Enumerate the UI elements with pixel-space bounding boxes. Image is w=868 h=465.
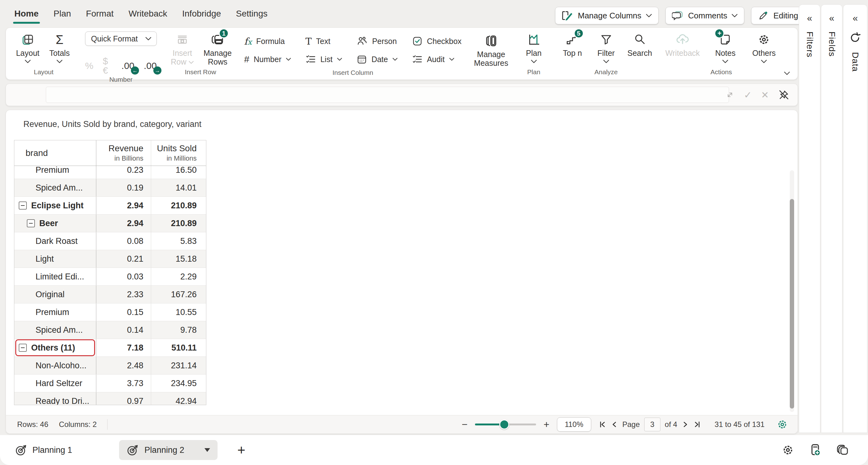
units-sold-cell[interactable]: 5.83 bbox=[151, 232, 206, 250]
insert-row-button[interactable]: Insert Row bbox=[169, 31, 195, 66]
expand-formula-bar-icon[interactable] bbox=[725, 90, 735, 99]
decrease-decimal-icon[interactable]: .00← bbox=[122, 61, 135, 70]
zoom-slider[interactable] bbox=[475, 424, 536, 426]
units-sold-cell[interactable]: 14.01 bbox=[151, 179, 206, 197]
manage-columns-button[interactable]: Manage Columns bbox=[555, 7, 658, 24]
collapse-ribbon-icon[interactable] bbox=[783, 71, 791, 75]
data-panel-collapsed[interactable]: « Data bbox=[843, 4, 867, 433]
sheet-tab-menu-icon[interactable] bbox=[205, 448, 210, 452]
percent-format-icon[interactable]: % bbox=[85, 61, 93, 70]
insert-checkbox-column-button[interactable]: Checkbox bbox=[412, 36, 462, 47]
fields-panel-collapsed[interactable]: « Fields bbox=[821, 4, 842, 433]
revenue-cell[interactable]: 2.48 bbox=[96, 357, 151, 374]
units-sold-cell[interactable]: 234.95 bbox=[151, 375, 206, 392]
units-sold-cell[interactable]: 9.78 bbox=[151, 321, 206, 339]
expand-panel-icon[interactable]: « bbox=[807, 13, 812, 23]
revenue-cell[interactable]: 0.23 bbox=[96, 166, 151, 179]
column-header-brand[interactable]: brand bbox=[14, 140, 96, 166]
page-number-input[interactable]: 3 bbox=[644, 417, 660, 431]
brand-cell[interactable]: Premium bbox=[14, 303, 96, 321]
revenue-cell[interactable]: 7.18 bbox=[96, 339, 151, 356]
units-sold-cell[interactable]: 15.18 bbox=[151, 250, 206, 268]
units-sold-cell[interactable]: 210.89 bbox=[151, 214, 206, 232]
insert-list-column-button[interactable]: List bbox=[305, 54, 342, 64]
brand-cell[interactable]: Spiced Am... bbox=[14, 179, 96, 197]
units-sold-cell[interactable]: 510.11 bbox=[151, 339, 206, 356]
revenue-cell[interactable]: 0.08 bbox=[96, 232, 151, 250]
insert-date-column-button[interactable]: Date bbox=[356, 54, 398, 64]
expand-panel-icon[interactable]: « bbox=[853, 13, 858, 23]
column-header-units-sold[interactable]: Units Sold in Millions bbox=[151, 140, 206, 166]
expand-panel-icon[interactable]: « bbox=[829, 13, 834, 23]
fields-panel-label[interactable]: Fields bbox=[827, 31, 837, 57]
revenue-cell[interactable]: 2.94 bbox=[96, 197, 151, 214]
brand-cell[interactable]: Non-Alcoho... bbox=[14, 357, 96, 374]
filters-panel-label[interactable]: Filters bbox=[805, 31, 815, 57]
workbook-settings-gear-icon[interactable] bbox=[781, 443, 795, 457]
sheet-tab-planning-1[interactable]: Planning 1 bbox=[15, 444, 72, 456]
units-sold-cell[interactable]: 167.26 bbox=[151, 286, 206, 303]
revenue-cell[interactable]: 0.19 bbox=[96, 179, 151, 197]
manage-rows-button[interactable]: 1 Manage Rows bbox=[204, 31, 231, 66]
refresh-icon[interactable] bbox=[849, 31, 862, 44]
brand-cell[interactable]: Premium bbox=[14, 166, 96, 179]
unpin-formula-bar-icon[interactable] bbox=[778, 89, 789, 100]
brand-cell[interactable]: Dark Roast bbox=[14, 232, 96, 250]
vertical-scrollbar-thumb[interactable] bbox=[790, 199, 794, 409]
filters-panel-collapsed[interactable]: « Filters bbox=[799, 4, 820, 433]
column-header-revenue[interactable]: Revenue in Billions bbox=[96, 140, 151, 166]
search-button[interactable]: Search bbox=[627, 31, 653, 57]
tab-settings[interactable]: Settings bbox=[235, 7, 269, 21]
next-page-icon[interactable] bbox=[682, 421, 689, 428]
revenue-cell[interactable]: 0.21 bbox=[96, 250, 151, 268]
units-sold-cell[interactable]: 210.89 bbox=[151, 197, 206, 214]
layout-button[interactable]: Layout bbox=[14, 31, 41, 63]
brand-cell[interactable]: Eclipse Light bbox=[14, 197, 96, 214]
units-sold-cell[interactable]: 42.94 bbox=[151, 393, 206, 405]
brand-cell[interactable]: Others (11) bbox=[14, 339, 96, 356]
collapse-row-icon[interactable] bbox=[19, 344, 27, 352]
insert-formula-column-button[interactable]: fx Formula bbox=[244, 36, 291, 47]
first-page-icon[interactable] bbox=[599, 421, 606, 428]
units-sold-cell[interactable]: 231.14 bbox=[151, 357, 206, 374]
brand-cell[interactable]: Limited Edi... bbox=[14, 268, 96, 285]
accept-icon[interactable]: ✓ bbox=[744, 89, 752, 100]
revenue-cell[interactable]: 2.33 bbox=[96, 286, 151, 303]
copies-stack-icon[interactable] bbox=[836, 443, 849, 457]
vertical-scrollbar[interactable] bbox=[790, 170, 794, 412]
units-sold-cell[interactable]: 10.55 bbox=[151, 303, 206, 321]
brand-cell[interactable]: Spiced Am... bbox=[14, 321, 96, 339]
revenue-cell[interactable]: 2.94 bbox=[96, 214, 151, 232]
comments-button[interactable]: Comments bbox=[665, 7, 745, 24]
zoom-slider-knob[interactable] bbox=[499, 419, 509, 430]
filter-button[interactable]: Filter bbox=[593, 31, 619, 63]
writeback-button[interactable]: Writeback bbox=[665, 31, 700, 57]
revenue-cell[interactable]: 0.14 bbox=[96, 321, 151, 339]
units-sold-cell[interactable]: 2.29 bbox=[151, 268, 206, 285]
totals-button[interactable]: Σ Totals bbox=[46, 31, 73, 63]
tab-format[interactable]: Format bbox=[85, 7, 115, 21]
brand-cell[interactable]: Original bbox=[14, 286, 96, 303]
increase-decimal-icon[interactable]: .00→ bbox=[144, 61, 157, 70]
notes-button[interactable]: + Notes bbox=[712, 31, 738, 63]
manage-measures-button[interactable]: Manage Measures bbox=[474, 31, 508, 78]
brand-cell[interactable]: Light bbox=[14, 250, 96, 268]
insert-number-column-button[interactable]: # Number bbox=[244, 54, 291, 64]
top-n-button[interactable]: 5 Top n bbox=[559, 31, 586, 57]
cancel-icon[interactable]: ✕ bbox=[761, 89, 769, 100]
collapse-row-icon[interactable] bbox=[27, 219, 35, 227]
formula-input[interactable] bbox=[46, 87, 729, 103]
tab-writeback[interactable]: Writeback bbox=[127, 7, 168, 21]
add-sheet-button[interactable]: + bbox=[238, 443, 246, 457]
revenue-cell[interactable]: 0.97 bbox=[96, 393, 151, 405]
zoom-out-icon[interactable]: − bbox=[462, 419, 467, 430]
tab-home[interactable]: Home bbox=[13, 7, 40, 21]
previous-page-icon[interactable] bbox=[611, 421, 618, 428]
add-report-icon[interactable] bbox=[808, 443, 822, 457]
tab-plan[interactable]: Plan bbox=[52, 7, 72, 21]
zoom-in-icon[interactable]: + bbox=[544, 419, 550, 430]
brand-cell[interactable]: Ready to Dri... bbox=[14, 393, 96, 405]
revenue-cell[interactable]: 0.03 bbox=[96, 268, 151, 285]
zoom-level-value[interactable]: 110% bbox=[557, 417, 591, 432]
last-page-icon[interactable] bbox=[693, 421, 701, 428]
